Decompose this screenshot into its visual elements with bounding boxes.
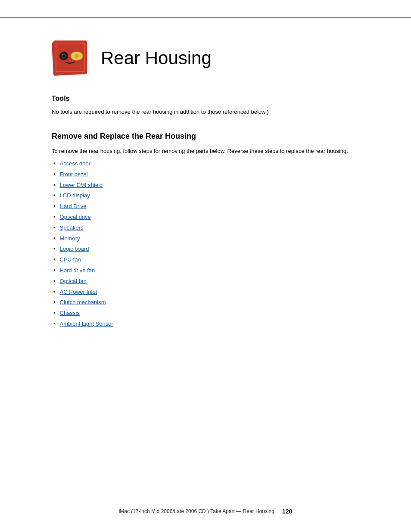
list-item: Hard Drive (52, 202, 359, 211)
page-footer: iMac (17-inch Mid 2006/Late 2006 CD ) Ta… (0, 508, 411, 515)
list-item: Chassis (52, 309, 359, 318)
list-item: LCD display (52, 191, 359, 200)
parts-link-7[interactable]: Memory (60, 234, 80, 243)
list-item: Lower EMI shield (52, 181, 359, 190)
parts-link-12[interactable]: AC Power Inlet (60, 288, 97, 297)
list-item: Memory (52, 234, 359, 243)
tools-section: Tools No tools are required to remove th… (52, 95, 359, 116)
parts-link-0[interactable]: Access door (60, 159, 91, 168)
parts-link-1[interactable]: Front bezel (60, 170, 88, 179)
parts-link-5[interactable]: Optical drive (60, 213, 91, 222)
remove-section: Remove and Replace the Rear Housing To r… (52, 132, 359, 329)
parts-link-15[interactable]: Ambient Light Sensor (60, 320, 113, 329)
list-item: Clutch mechanism (52, 298, 359, 307)
parts-link-13[interactable]: Clutch mechanism (60, 298, 106, 307)
parts-list: Access doorFront bezelLower EMI shieldLC… (52, 159, 359, 329)
parts-link-3[interactable]: LCD display (60, 191, 90, 200)
parts-link-9[interactable]: CPU fan (60, 255, 81, 264)
list-item: Access door (52, 159, 359, 168)
list-item: Logic board (52, 245, 359, 254)
parts-link-11[interactable]: Optical fan (60, 277, 87, 286)
svg-point-6 (62, 54, 63, 56)
parts-link-4[interactable]: Hard Drive (60, 202, 87, 211)
chapter-icon (52, 39, 90, 78)
footer-text: iMac (17-inch Mid 2006/Late 2006 CD ) Ta… (119, 508, 274, 514)
list-item: Hard drive fan (52, 266, 359, 275)
list-item: Optical fan (52, 277, 359, 286)
list-item: Speakers (52, 224, 359, 233)
parts-link-10[interactable]: Hard drive fan (60, 266, 95, 275)
list-item: Ambient Light Sensor (52, 320, 359, 329)
svg-point-8 (75, 54, 79, 58)
parts-link-2[interactable]: Lower EMI shield (60, 181, 103, 190)
header-section: Rear Housing (52, 39, 359, 78)
tools-heading: Tools (52, 95, 359, 103)
parts-link-6[interactable]: Speakers (60, 224, 84, 233)
remove-intro: To remove the rear housing, follow steps… (52, 147, 359, 156)
remove-heading: Remove and Replace the Rear Housing (52, 132, 359, 141)
page-title: Rear Housing (101, 48, 212, 68)
parts-link-14[interactable]: Chassis (60, 309, 80, 318)
list-item: Optical drive (52, 213, 359, 222)
top-border (0, 17, 411, 18)
list-item: Front bezel (52, 170, 359, 179)
parts-link-8[interactable]: Logic board (60, 245, 89, 254)
list-item: AC Power Inlet (52, 288, 359, 297)
tools-body: No tools are required to remove the rear… (52, 108, 359, 116)
list-item: CPU fan (52, 255, 359, 264)
footer-page-number: 120 (282, 508, 292, 515)
